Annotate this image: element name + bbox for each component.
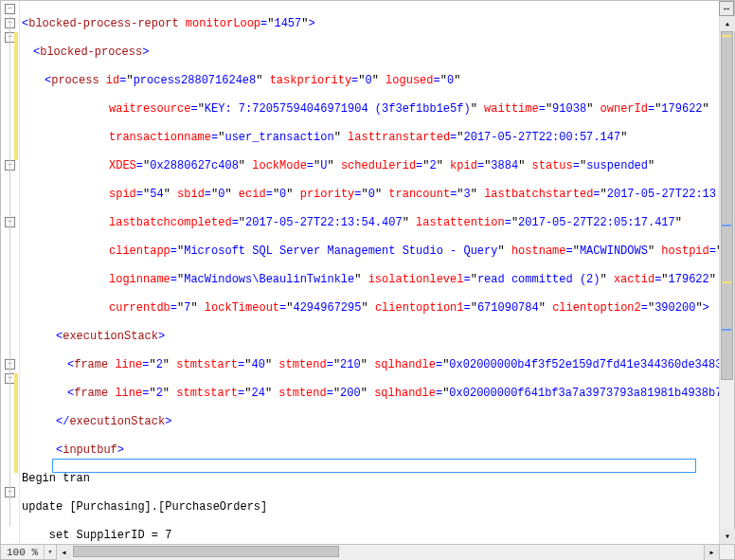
change-marker	[14, 373, 18, 473]
zoom-level[interactable]: 100 %	[1, 545, 45, 559]
resize-corner	[719, 544, 734, 559]
scroll-right-button[interactable]: ▸	[704, 545, 719, 560]
scroll-up-button[interactable]: ▴	[720, 16, 735, 31]
hscroll-thumb[interactable]	[73, 546, 339, 557]
split-nav-button[interactable]: ↔	[719, 1, 734, 16]
zoom-dropdown-icon[interactable]: ▾	[45, 547, 56, 557]
marker	[722, 281, 731, 283]
outline-gutter: − − − − − − − −	[1, 1, 20, 544]
marker	[722, 225, 731, 226]
vscroll-thumb[interactable]	[721, 31, 733, 380]
xml-editor-frame: ↔ − − − − − − − − <blocked-process-repor…	[0, 0, 735, 560]
fold-toggle[interactable]: −	[5, 4, 15, 14]
hscroll-track[interactable]	[71, 545, 704, 560]
scroll-left-button[interactable]: ◂	[56, 545, 71, 560]
vertical-scrollbar[interactable]: ▴ ▾	[719, 16, 734, 544]
xml-code[interactable]: <blocked-process-report monitorLoop="145…	[20, 1, 719, 544]
change-marker	[14, 32, 18, 160]
vscroll-track[interactable]	[720, 31, 734, 529]
status-bar: 100 % ▾ ◂ ▸	[1, 544, 719, 559]
marker	[722, 35, 731, 37]
code-viewport: <blocked-process-report monitorLoop="145…	[20, 1, 719, 544]
tree-line	[9, 15, 10, 527]
caret-marker	[722, 329, 731, 331]
scroll-down-button[interactable]: ▾	[720, 529, 735, 544]
